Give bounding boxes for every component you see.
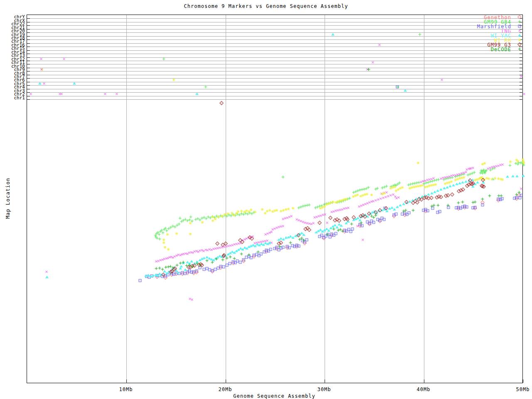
marker-wi-yac [287, 236, 290, 238]
marker-gm99-gb4 [461, 173, 463, 176]
marker-wi-yac [331, 225, 335, 227]
star-ray-plus [497, 177, 500, 180]
marker-marshfield [150, 275, 153, 278]
star-ray-plus [266, 210, 269, 213]
marker-marshfield [370, 220, 373, 223]
star-ray-plus [444, 182, 447, 185]
marker-tng [441, 176, 445, 180]
marker-wi-yac [455, 182, 458, 185]
marker-gm99-gb4 [242, 213, 245, 216]
marker-decode [155, 267, 158, 270]
marker-wi-yac [333, 224, 337, 226]
marker-marshfield [393, 214, 396, 217]
marker-gm99-gb4 [451, 176, 454, 179]
star-ray-x [398, 186, 402, 190]
marker-wi-rh [394, 186, 397, 189]
left-axis-tick [27, 18, 30, 19]
marker-wi-yac [172, 266, 176, 268]
marker-wi-rh [461, 177, 463, 180]
star-ray-plus [245, 209, 248, 212]
marker-tng [307, 222, 311, 226]
marker-wi-yac [385, 209, 389, 212]
left-axis-tick [27, 64, 30, 64]
band-gridline [27, 61, 523, 61]
star-ray-x [284, 207, 288, 212]
star-ray-x [162, 238, 166, 242]
marker-wi-yac [436, 189, 439, 192]
band-gridline [27, 71, 523, 71]
marker-gm99-gb4 [197, 217, 200, 220]
marker-gm99-g3 [192, 264, 197, 268]
marker-marshfield [256, 253, 259, 256]
marker-marshfield [303, 241, 306, 244]
marker-wi-rh [356, 194, 359, 197]
marker-wi-rh [354, 195, 357, 197]
marker-genethon [163, 276, 167, 280]
marker-gm99-gb4 [456, 175, 459, 177]
marker-decode [191, 265, 194, 268]
marker-wi-rh [321, 206, 324, 209]
marker-wi-yac [369, 212, 372, 214]
marker-wi-rh [266, 210, 269, 213]
marker-decode [498, 195, 500, 197]
marker-wi-rh [482, 177, 485, 180]
marker-decode [300, 237, 303, 240]
marker-gm99-g3 [411, 201, 415, 205]
marker-gm99-gb4 [253, 211, 256, 214]
star-ray-plus [456, 178, 459, 181]
left-axis-tick [27, 25, 30, 26]
marker-gm99-gb4 [433, 179, 436, 182]
marker-gm99-gb4 [419, 33, 421, 36]
star-ray-plus [250, 209, 253, 212]
star-ray-x [200, 220, 204, 224]
marker-tng [264, 232, 268, 236]
right-axis-tick [520, 61, 522, 61]
marker-gm99-g3 [415, 200, 419, 204]
marker-wi-yac [73, 82, 76, 84]
marker-tng [297, 218, 301, 222]
marker-wi-yac [216, 256, 219, 258]
star-ray-x [416, 184, 420, 188]
left-axis-tick [27, 50, 30, 51]
star-ray-plus [356, 194, 359, 197]
marker-marshfield [431, 207, 434, 210]
star-ray-x [220, 214, 224, 218]
marker-wi-yac [471, 185, 475, 187]
marker-gm99-gb4 [458, 174, 461, 177]
marker-gm99-gb4 [437, 178, 440, 181]
star-ray-plus [345, 198, 348, 201]
marker-wi-yac [147, 273, 150, 276]
marker-decode [370, 215, 373, 218]
star-ray-x [216, 215, 220, 219]
left-axis-tick [27, 85, 30, 86]
marker-tng [172, 254, 177, 259]
marker-marshfield [343, 229, 346, 232]
marker-tng [266, 232, 270, 236]
left-axis-tick [27, 78, 30, 79]
marker-gm99-gb4 [156, 237, 159, 240]
marker-marshfield [291, 244, 294, 247]
marker-marshfield [332, 234, 335, 237]
marker-wi-rh [335, 201, 337, 204]
marker-marshfield [286, 245, 289, 248]
star-ray-plus [522, 158, 525, 161]
marker-wi-yac [282, 238, 285, 240]
marker-wi-yac [182, 261, 185, 264]
star-ray-x [163, 245, 167, 249]
marker-gm99-gb4 [480, 170, 483, 173]
marker-decode [289, 241, 292, 244]
marker-tng [281, 224, 285, 228]
marker-wi-rh [352, 195, 355, 198]
star-ray-plus [461, 177, 463, 180]
marker-wi-yac [291, 236, 295, 239]
marker-wi-yac [356, 217, 360, 219]
marker-marshfield [436, 211, 439, 214]
marker-gm99-gb4 [357, 190, 360, 192]
marker-wi-yac [235, 249, 238, 252]
band-gridline [27, 82, 523, 82]
marker-tng [246, 236, 251, 240]
marker-wi-yac [144, 274, 148, 277]
marker-gm99-g3 [469, 182, 473, 186]
star-ray-plus [172, 79, 175, 81]
star-ray-plus [354, 195, 357, 197]
